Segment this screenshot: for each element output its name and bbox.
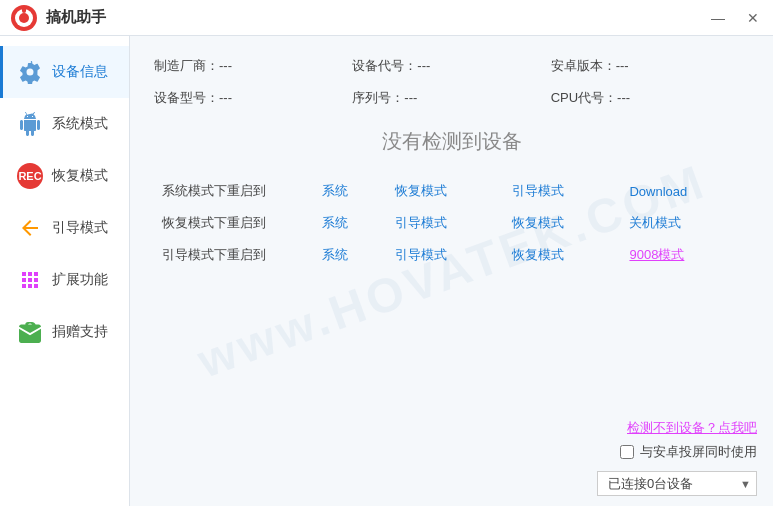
sidebar-item-system-mode[interactable]: 系统模式 — [0, 98, 129, 150]
mirror-checkbox[interactable] — [620, 445, 634, 459]
link-system-to-download[interactable]: Download — [621, 175, 749, 207]
android-icon — [16, 110, 44, 138]
table-row: 系统模式下重启到 系统 恢复模式 引导模式 Download — [154, 175, 749, 207]
detect-link[interactable]: 检测不到设备？点我吧 — [597, 419, 757, 437]
link-system-to-boot[interactable]: 引导模式 — [504, 175, 621, 207]
serial-info: 序列号：--- — [352, 86, 550, 110]
link-boot-to-system[interactable]: 系统 — [314, 239, 387, 271]
sidebar-item-boot-mode[interactable]: 引导模式 — [0, 202, 129, 254]
rec-icon: REC — [16, 162, 44, 190]
link-recovery-to-boot[interactable]: 引导模式 — [387, 207, 504, 239]
device-info-grid: 制造厂商：--- 设备代号：--- 安卓版本：--- 设备型号：--- 序列号：… — [154, 54, 749, 110]
link-boot-to-9008[interactable]: 9008模式 — [621, 239, 749, 271]
window-controls: — ✕ — [705, 8, 765, 28]
minimize-button[interactable]: — — [705, 8, 731, 28]
device-code-info: 设备代号：--- — [352, 54, 550, 78]
manufacturer-info: 制造厂商：--- — [154, 54, 352, 78]
table-row: 恢复模式下重启到 系统 引导模式 恢复模式 关机模式 — [154, 207, 749, 239]
link-boot-to-recovery[interactable]: 恢复模式 — [504, 239, 621, 271]
close-button[interactable]: ✕ — [741, 8, 765, 28]
sidebar-label-recovery-mode: 恢复模式 — [52, 167, 108, 185]
sidebar: 设备信息 系统模式 REC 恢复模式 引导模式 — [0, 36, 130, 506]
gear-icon — [16, 58, 44, 86]
checkbox-row: 与安卓投屏同时使用 — [597, 443, 757, 461]
sidebar-item-extend[interactable]: 扩展功能 — [0, 254, 129, 306]
app-title: 搞机助手 — [46, 8, 106, 27]
device-select-wrapper: 已连接0台设备 ▼ — [597, 471, 757, 496]
extend-icon — [16, 266, 44, 294]
sidebar-label-system-mode: 系统模式 — [52, 115, 108, 133]
sidebar-item-device-info[interactable]: 设备信息 — [0, 46, 129, 98]
link-recovery-to-recovery[interactable]: 恢复模式 — [504, 207, 621, 239]
link-system-to-recovery[interactable]: 恢复模式 — [387, 175, 504, 207]
sidebar-label-extend: 扩展功能 — [52, 271, 108, 289]
link-recovery-to-shutdown[interactable]: 关机模式 — [621, 207, 749, 239]
device-model-info: 设备型号：--- — [154, 86, 352, 110]
sidebar-item-recovery-mode[interactable]: REC 恢复模式 — [0, 150, 129, 202]
content-area: www.HOVATEK.COM 制造厂商：--- 设备代号：--- 安卓版本：-… — [130, 36, 773, 506]
bottom-section: 检测不到设备？点我吧 与安卓投屏同时使用 已连接0台设备 ▼ — [597, 419, 757, 496]
device-dropdown-row: 已连接0台设备 ▼ — [597, 471, 757, 496]
row-label-boot: 引导模式下重启到 — [154, 239, 314, 271]
app-logo — [10, 4, 38, 32]
reboot-table: 系统模式下重启到 系统 恢复模式 引导模式 Download 恢复模式下重启到 … — [154, 175, 749, 271]
device-select[interactable]: 已连接0台设备 — [597, 471, 757, 496]
no-device-message: 没有检测到设备 — [154, 128, 749, 155]
sidebar-label-device-info: 设备信息 — [52, 63, 108, 81]
main-layout: 设备信息 系统模式 REC 恢复模式 引导模式 — [0, 36, 773, 506]
table-row: 引导模式下重启到 系统 引导模式 恢复模式 9008模式 — [154, 239, 749, 271]
mirror-label[interactable]: 与安卓投屏同时使用 — [640, 443, 757, 461]
link-recovery-to-system[interactable]: 系统 — [314, 207, 387, 239]
sidebar-item-donate[interactable]: 捐赠支持 — [0, 306, 129, 358]
row-label-system: 系统模式下重启到 — [154, 175, 314, 207]
row-label-recovery: 恢复模式下重启到 — [154, 207, 314, 239]
cpu-info: CPU代号：--- — [551, 86, 749, 110]
sidebar-label-donate: 捐赠支持 — [52, 323, 108, 341]
donate-icon — [16, 318, 44, 346]
boot-icon — [16, 214, 44, 242]
link-boot-to-boot[interactable]: 引导模式 — [387, 239, 504, 271]
svg-point-2 — [19, 13, 29, 23]
sidebar-label-boot-mode: 引导模式 — [52, 219, 108, 237]
link-system-to-system[interactable]: 系统 — [314, 175, 387, 207]
svg-rect-3 — [22, 6, 26, 13]
android-version-info: 安卓版本：--- — [551, 54, 749, 78]
title-bar: 搞机助手 — ✕ — [0, 0, 773, 36]
